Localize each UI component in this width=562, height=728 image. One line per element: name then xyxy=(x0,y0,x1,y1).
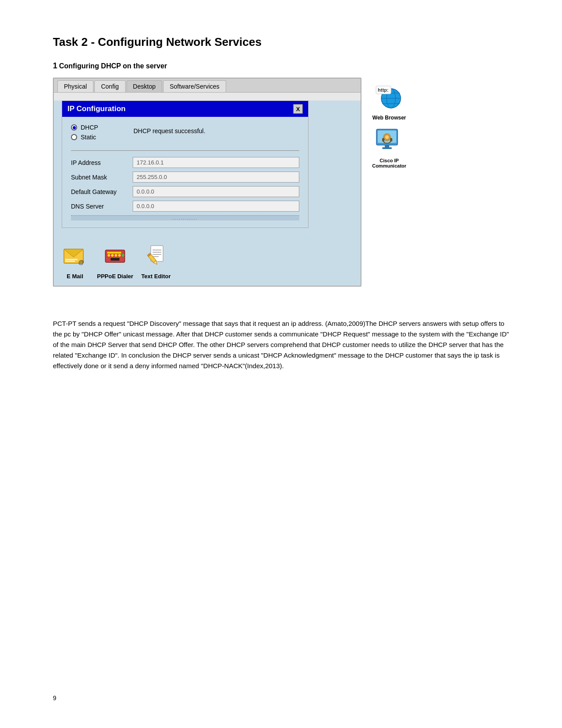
ip-config-body: DHCP Static DHCP request successful. xyxy=(62,117,308,228)
pt-window: Physical Config Desktop Software/Service… xyxy=(53,78,361,287)
webbrowser-label: Web Browser xyxy=(372,115,406,121)
email-label: E Mail xyxy=(67,273,83,280)
svg-text:http:: http: xyxy=(378,87,388,93)
dhcp-label: DHCP xyxy=(81,124,98,131)
divider xyxy=(71,150,299,151)
section-heading: Configuring DHCP on the server xyxy=(59,62,167,70)
svg-point-11 xyxy=(122,254,124,257)
desktop-icons: @ E Mail xyxy=(54,236,361,286)
svg-rect-6 xyxy=(107,252,121,254)
cisco-pt-zone: Physical Config Desktop Software/Service… xyxy=(53,78,509,302)
page-number: 9 xyxy=(53,694,56,702)
svg-point-9 xyxy=(115,254,117,257)
ip-address-label: IP Address xyxy=(71,159,133,166)
ciscoip-panel-item[interactable]: Cisco IP Communicator xyxy=(369,125,409,168)
webbrowser-panel-item[interactable]: http: Web Browser xyxy=(369,82,409,121)
dhcp-radio-row[interactable]: DHCP xyxy=(71,124,98,131)
svg-rect-33 xyxy=(382,138,384,142)
ip-address-input[interactable] xyxy=(133,157,299,168)
pppoe-icon xyxy=(101,242,129,270)
dns-server-row: DNS Server xyxy=(71,201,299,212)
static-radio[interactable] xyxy=(71,134,77,140)
svg-rect-36 xyxy=(382,147,392,149)
subnet-mask-row: Subnet Mask xyxy=(71,172,299,183)
tab-software[interactable]: Software/Services xyxy=(163,80,226,92)
texteditor-label: Text Editor xyxy=(141,273,171,280)
pppoe-desktop-icon[interactable]: PPPoE Dialer xyxy=(97,242,133,280)
ip-config-close-button[interactable]: X xyxy=(293,104,303,114)
pppoe-label: PPPoE Dialer xyxy=(97,273,133,280)
page: Task 2 - Configuring Network Services 1C… xyxy=(0,0,562,728)
svg-point-32 xyxy=(385,135,389,139)
tab-config[interactable]: Config xyxy=(94,80,125,92)
texteditor-icon xyxy=(142,242,170,270)
section-number: 1 xyxy=(53,61,57,70)
body-text: PCT-PT sends a request "DHCP Discovery" … xyxy=(53,318,509,371)
right-panel: http: Web Browser xyxy=(361,78,409,302)
default-gateway-row: Default Gateway xyxy=(71,186,299,197)
email-desktop-icon[interactable]: @ E Mail xyxy=(61,242,89,280)
ip-config-titlebar: IP Configuration X xyxy=(62,101,308,117)
svg-rect-35 xyxy=(385,145,389,147)
svg-point-10 xyxy=(118,254,121,257)
tab-desktop[interactable]: Desktop xyxy=(127,80,162,92)
subnet-mask-input[interactable] xyxy=(133,172,299,183)
svg-rect-12 xyxy=(111,258,119,261)
ciscoip-icon xyxy=(374,125,405,156)
svg-rect-3 xyxy=(65,261,75,262)
dns-server-input[interactable] xyxy=(133,201,299,212)
svg-rect-34 xyxy=(390,138,392,142)
default-gateway-label: Default Gateway xyxy=(71,188,133,195)
ip-config-title: IP Configuration xyxy=(67,105,126,113)
dhcp-message: DHCP request successful. xyxy=(98,124,205,136)
ciscoip-label: Cisco IP Communicator xyxy=(369,158,409,168)
svg-point-7 xyxy=(108,254,110,257)
default-gateway-input[interactable] xyxy=(133,186,299,197)
pt-tabs: Physical Config Desktop Software/Service… xyxy=(54,78,361,93)
radio-group: DHCP Static xyxy=(71,124,98,141)
static-label: Static xyxy=(81,134,96,141)
svg-text:@: @ xyxy=(78,259,84,265)
ip-config-window: IP Configuration X DHCP xyxy=(62,101,309,228)
svg-rect-2 xyxy=(65,259,78,260)
task-title: Task 2 - Configuring Network Services xyxy=(53,35,509,49)
texteditor-desktop-icon[interactable]: Text Editor xyxy=(141,242,171,280)
pt-content: IP Configuration X DHCP xyxy=(54,101,361,286)
dns-server-label: DNS Server xyxy=(71,203,133,210)
svg-point-8 xyxy=(111,254,114,257)
static-radio-row[interactable]: Static xyxy=(71,134,98,141)
dhcp-radio[interactable] xyxy=(71,124,77,131)
tab-physical[interactable]: Physical xyxy=(57,80,93,92)
ip-address-row: IP Address xyxy=(71,157,299,168)
subnet-mask-label: Subnet Mask xyxy=(71,174,133,181)
webbrowser-icon: http: xyxy=(374,82,405,113)
email-icon: @ xyxy=(61,242,89,270)
